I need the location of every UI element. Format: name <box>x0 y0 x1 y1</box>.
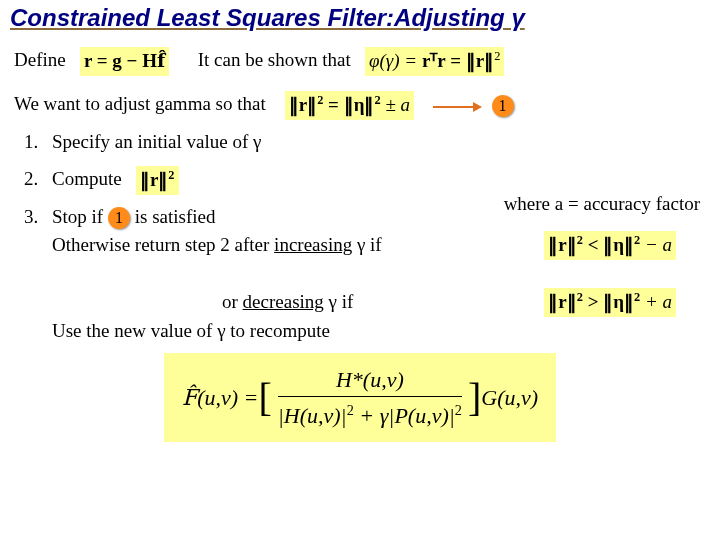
step-3e: or <box>222 291 243 312</box>
eq-phi-r: ‖r‖ <box>466 51 494 72</box>
arrow-head-icon <box>473 102 482 112</box>
final-den-s1: 2 <box>347 402 354 418</box>
step-3: 3. Stop if 1 is satisfied Otherwise retu… <box>24 203 706 346</box>
page-title: Constrained Least Squares Filter:Adjusti… <box>0 0 720 34</box>
final-den-s2: 2 <box>455 402 462 418</box>
eq-i-l: ‖r‖ <box>548 234 576 255</box>
step-3g: Use the new value of γ to recompute <box>52 320 330 341</box>
step-3b: is satisfied <box>135 206 216 227</box>
final-tail: G(u,v) <box>481 381 538 414</box>
eq-phi-sup: 2 <box>494 49 500 63</box>
want-text: We want to adjust gamma so that <box>14 93 266 114</box>
eq-c-l: ‖r‖ <box>289 95 317 116</box>
step-3c: Otherwise return step 2 after <box>52 234 274 255</box>
final-lhs: F̂(u,v) = <box>182 381 259 414</box>
eq-d-t: + a <box>640 291 672 312</box>
shown-label: It can be shown that <box>198 49 351 70</box>
steps-list: 1. Specify an initial value of γ 2. Comp… <box>14 128 706 345</box>
step-1-num: 1. <box>24 128 52 157</box>
eq-d-r: ‖η‖ <box>603 291 634 312</box>
eq-r-def-text: r = g − Hf̂ <box>84 50 165 71</box>
eq-i-t: − a <box>640 234 672 255</box>
rbracket-icon: ] <box>468 378 481 418</box>
eq-c-r: ‖η‖ <box>344 95 375 116</box>
arrow-line <box>433 106 473 108</box>
define-label: Define <box>14 49 66 70</box>
eq-d-l: ‖r‖ <box>548 291 576 312</box>
final-den-a: |H(u,v)| <box>278 403 347 428</box>
step-1: 1. Specify an initial value of γ <box>24 128 706 157</box>
accuracy-note: where a = accuracy factor <box>504 190 700 219</box>
increasing-word: increasing <box>274 234 352 255</box>
step-2-text: Compute <box>52 168 122 189</box>
eq-phi-lhs: φ(γ) = <box>369 51 422 72</box>
title-text: Constrained Least Squares Filter:Adjusti… <box>10 4 525 31</box>
step-1-text: Specify an initial value of γ <box>52 131 261 152</box>
badge-1-ref: 1 <box>108 207 130 229</box>
final-fraction: H*(u,v) |H(u,v)|2 + γ|P(u,v)|2 <box>272 363 468 432</box>
eq-i-m: < <box>583 234 603 255</box>
step-1-body: Specify an initial value of γ <box>52 128 706 157</box>
lbracket-icon: [ <box>258 378 271 418</box>
eq-c-pm: ± a <box>381 95 410 116</box>
final-den: |H(u,v)|2 + γ|P(u,v)|2 <box>278 396 462 432</box>
eq-norm-r-s: 2 <box>168 168 174 182</box>
eq-i-r: ‖η‖ <box>603 234 634 255</box>
eq-increase-cond: ‖r‖2 < ‖η‖2 − a <box>544 231 676 260</box>
step-3f: γ if <box>324 291 354 312</box>
step-3d: γ if <box>352 234 382 255</box>
step-3-body: Stop if 1 is satisfied Otherwise return … <box>52 203 706 346</box>
slide-body: Define r = g − Hf̂ It can be shown that … <box>0 34 720 442</box>
decreasing-word: decreasing <box>243 291 324 312</box>
eq-c-eq: = <box>323 95 343 116</box>
eq-phi: φ(γ) = rᵀr = ‖r‖2 <box>365 47 504 76</box>
eq-final-filter: F̂(u,v) = [ H*(u,v) |H(u,v)|2 + γ|P(u,v)… <box>164 353 556 442</box>
step-3-num: 3. <box>24 203 52 232</box>
want-row: We want to adjust gamma so that ‖r‖2 = ‖… <box>14 90 706 120</box>
define-row: Define r = g − Hf̂ It can be shown that … <box>14 46 706 76</box>
eq-phi-mid: rᵀr = <box>422 51 466 72</box>
eq-r-def: r = g − Hf̂ <box>80 47 169 76</box>
final-num: H*(u,v) <box>278 363 462 396</box>
eq-constraint: ‖r‖2 = ‖η‖2 ± a <box>285 91 414 120</box>
step-3-or: or decreasing γ if <box>222 291 353 312</box>
step-2-num: 2. <box>24 165 52 194</box>
arrow-pointer <box>433 91 482 120</box>
eq-norm-r: ‖r‖2 <box>136 166 179 195</box>
step-3a: Stop if <box>52 206 108 227</box>
final-den-b: + γ|P(u,v)| <box>354 403 455 428</box>
eq-norm-r-l: ‖r‖ <box>140 169 168 190</box>
badge-1: 1 <box>492 95 514 117</box>
eq-d-m: > <box>583 291 603 312</box>
eq-decrease-cond: ‖r‖2 > ‖η‖2 + a <box>544 288 676 317</box>
